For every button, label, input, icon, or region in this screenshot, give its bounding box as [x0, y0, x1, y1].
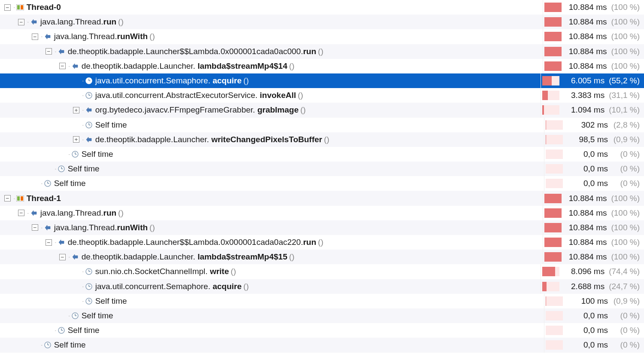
- tree-connector: ··: [82, 107, 83, 113]
- percent-value: (0 %): [612, 311, 644, 320]
- tree-row[interactable]: −··de.theoptik.badapple.Launcher. lambda…: [0, 59, 644, 73]
- tree-row[interactable]: −··de.theoptik.badapple.Launcher. lambda…: [0, 250, 644, 264]
- tree-connector: ··: [41, 34, 42, 40]
- percent-value: (100 %): [611, 223, 644, 232]
- percent-bar: [543, 206, 563, 220]
- clock-icon: [58, 165, 65, 173]
- percent-bar: [544, 338, 564, 352]
- tree-row[interactable]: ··java.util.concurrent.Semaphore. acquir…: [0, 279, 644, 294]
- method-icon: [30, 18, 38, 26]
- tree-row[interactable]: ··Self time0,0 ms(0 %): [0, 308, 644, 323]
- tree-connector: ··: [13, 4, 15, 10]
- percent-bar: [543, 220, 563, 235]
- tree-cell: +··org.bytedeco.javacv.FFmpegFrameGrabbe…: [0, 105, 541, 115]
- profiler-tree[interactable]: −··Thread-010.884 ms(100 %)−··java.lang.…: [0, 0, 644, 353]
- percent-value: (55,2 %): [609, 76, 644, 85]
- tree-row[interactable]: +··org.bytedeco.javacv.FFmpegFrameGrabbe…: [0, 103, 644, 117]
- percent-value: (74,4 %): [609, 267, 644, 276]
- expand-toggle[interactable]: +: [73, 136, 79, 143]
- tree-cell: ··java.util.concurrent.AbstractExecutorS…: [0, 91, 541, 100]
- tree-cell: ··Self time: [0, 340, 544, 350]
- collapse-toggle[interactable]: −: [18, 19, 24, 25]
- time-value: 10.884 ms: [563, 208, 611, 218]
- tree-row[interactable]: ··Self time0,0 ms(0 %): [0, 176, 644, 191]
- percent-bar: [543, 15, 563, 29]
- time-value: 10.884 ms: [563, 17, 611, 27]
- method-icon: [30, 209, 38, 217]
- tree-row[interactable]: ··Self time0,0 ms(0 %): [0, 147, 644, 162]
- time-value: 10.884 ms: [563, 252, 611, 262]
- tree-cell: −··Thread-0: [0, 3, 543, 12]
- method-args: (): [243, 282, 249, 291]
- node-label: Thread-1: [27, 194, 61, 203]
- clock-icon: [85, 268, 93, 275]
- clock-icon: [44, 180, 52, 187]
- percent-bar: [544, 162, 564, 176]
- collapse-toggle[interactable]: −: [4, 4, 11, 11]
- tree-cell: −··java.lang.Thread.run(): [0, 17, 543, 27]
- method-args: (): [300, 105, 306, 115]
- percent-bar: [541, 103, 561, 117]
- tree-row[interactable]: −··Thread-110.884 ms(100 %): [0, 191, 644, 205]
- tree-connector: ··: [55, 166, 56, 172]
- tree-row[interactable]: ··Self time100 ms(0,9 %): [0, 294, 644, 308]
- tree-row[interactable]: ··java.util.concurrent.Semaphore. acquir…: [0, 73, 644, 88]
- percent-value: (0 %): [612, 150, 644, 159]
- tree-row[interactable]: −··de.theoptik.badapple.Launcher$$Lambda…: [0, 44, 644, 59]
- percent-bar: [543, 59, 563, 73]
- node-label: Self time: [95, 296, 127, 306]
- time-value: 302 ms: [564, 120, 612, 130]
- tree-row[interactable]: ··Self time0,0 ms(0 %): [0, 323, 644, 338]
- tree-connector: ··: [55, 49, 56, 55]
- collapse-toggle[interactable]: −: [46, 239, 52, 246]
- tree-row[interactable]: ··sun.nio.ch.SocketChannelImpl. write()8…: [0, 264, 644, 279]
- collapse-toggle[interactable]: −: [32, 224, 38, 231]
- percent-bar: [541, 73, 561, 88]
- tree-cell: −··de.theoptik.badapple.Launcher. lambda…: [0, 252, 543, 262]
- percent-bar: [544, 176, 564, 191]
- percent-bar: [543, 44, 563, 59]
- tree-row[interactable]: −··java.lang.Thread.run()10.884 ms(100 %…: [0, 206, 644, 220]
- method-args: (): [298, 91, 304, 100]
- percent-value: (0,9 %): [612, 135, 644, 144]
- tree-row[interactable]: ··Self time302 ms(2,8 %): [0, 118, 644, 132]
- tree-connector: ··: [82, 284, 83, 290]
- time-value: 10.884 ms: [563, 194, 611, 203]
- collapse-toggle[interactable]: −: [59, 254, 66, 260]
- tree-connector: ··: [68, 254, 70, 260]
- collapse-toggle[interactable]: −: [18, 210, 24, 216]
- expand-toggle[interactable]: +: [73, 107, 79, 113]
- tree-row[interactable]: ··Self time0,0 ms(0 %): [0, 338, 644, 352]
- tree-cell: +··de.theoptik.badapple.Launcher. writeC…: [0, 135, 544, 144]
- collapse-toggle[interactable]: −: [32, 34, 38, 40]
- percent-value: (0 %): [612, 340, 644, 350]
- tree-row[interactable]: ··java.util.concurrent.AbstractExecutorS…: [0, 88, 644, 103]
- method-icon: [58, 238, 65, 246]
- tree-cell: −··java.lang.Thread.runWith(): [0, 223, 543, 232]
- percent-value: (100 %): [611, 238, 644, 247]
- percent-value: (100 %): [611, 194, 644, 203]
- collapse-toggle[interactable]: −: [59, 63, 66, 69]
- tree-connector: ··: [55, 327, 56, 333]
- tree-row[interactable]: ··Self time0,0 ms(0 %): [0, 162, 644, 176]
- toggle-placeholder: [32, 342, 38, 348]
- method-args: (): [318, 47, 324, 56]
- percent-value: (31,1 %): [609, 91, 644, 100]
- tree-row[interactable]: −··java.lang.Thread.run()10.884 ms(100 %…: [0, 15, 644, 29]
- node-label: de.theoptik.badapple.Launcher$$Lambda.0x…: [68, 238, 316, 247]
- toggle-placeholder: [59, 313, 66, 319]
- collapse-toggle[interactable]: −: [4, 195, 11, 201]
- tree-row[interactable]: +··de.theoptik.badapple.Launcher. writeC…: [0, 132, 644, 147]
- node-label: de.theoptik.badapple.Launcher$$Lambda.0x…: [68, 47, 316, 56]
- tree-row[interactable]: −··java.lang.Thread.runWith()10.884 ms(1…: [0, 220, 644, 235]
- tree-row[interactable]: −··Thread-010.884 ms(100 %): [0, 0, 644, 15]
- method-args: (): [118, 208, 124, 218]
- percent-value: (2,8 %): [612, 120, 644, 130]
- tree-row[interactable]: −··de.theoptik.badapple.Launcher$$Lambda…: [0, 235, 644, 250]
- tree-cell: ··Self time: [0, 150, 544, 159]
- tree-row[interactable]: −··java.lang.Thread.runWith()10.884 ms(1…: [0, 29, 644, 44]
- toggle-placeholder: [73, 269, 79, 275]
- collapse-toggle[interactable]: −: [46, 48, 52, 55]
- time-value: 98,5 ms: [564, 135, 612, 144]
- node-label: java.util.concurrent.AbstractExecutorSer…: [95, 91, 296, 100]
